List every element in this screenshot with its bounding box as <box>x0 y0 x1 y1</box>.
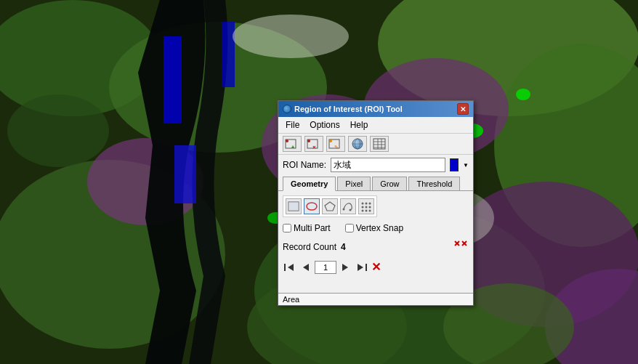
menu-file[interactable]: File <box>281 118 304 132</box>
svg-rect-43 <box>288 202 299 211</box>
dialog-icon <box>283 105 291 113</box>
svg-point-48 <box>362 203 364 205</box>
svg-point-53 <box>369 206 371 209</box>
svg-point-50 <box>369 203 371 205</box>
svg-point-27 <box>307 139 310 142</box>
vertex-snap-label: Vertex Snap <box>356 223 403 233</box>
svg-point-55 <box>366 210 368 212</box>
svg-rect-12 <box>163 36 182 124</box>
nav-current-input[interactable] <box>315 261 336 274</box>
svg-point-46 <box>343 209 345 211</box>
close-button[interactable]: ✕ <box>457 103 469 115</box>
svg-point-51 <box>362 206 364 209</box>
svg-point-47 <box>350 209 352 211</box>
multi-part-checkbox[interactable] <box>283 224 291 232</box>
checkbox-row: Multi Part Vertex Snap <box>283 223 469 233</box>
svg-marker-63 <box>303 264 309 271</box>
points-tool[interactable] <box>358 198 374 214</box>
delete-roi-button[interactable]: × <box>304 136 323 152</box>
roi-name-label: ROI Name: <box>283 160 326 170</box>
svg-point-56 <box>369 210 371 212</box>
status-area-label: Area <box>283 295 299 304</box>
nav-last-button[interactable] <box>355 261 368 274</box>
ellipse-tool[interactable] <box>304 198 320 214</box>
roi-name-row: ROI Name: ▼ <box>278 155 473 175</box>
svg-rect-14 <box>174 145 196 203</box>
geometry-tools <box>283 195 377 217</box>
tab-geometry[interactable]: Geometry <box>283 177 336 191</box>
svg-marker-62 <box>288 264 294 271</box>
add-roi-button[interactable]: + <box>283 136 302 152</box>
tab-threshold[interactable]: Threshold <box>408 177 460 190</box>
svg-point-30 <box>329 139 332 142</box>
svg-text:×: × <box>312 144 316 150</box>
svg-rect-13 <box>222 22 235 87</box>
roi-color-dropdown[interactable]: ▼ <box>463 162 469 169</box>
multi-part-checkbox-container[interactable]: Multi Part <box>283 223 331 233</box>
record-count-value: 4 <box>341 242 346 252</box>
roi-name-input[interactable] <box>331 158 445 172</box>
rectangle-tool[interactable] <box>286 198 302 214</box>
svg-marker-65 <box>358 264 363 271</box>
svg-point-49 <box>366 203 368 205</box>
menu-options[interactable]: Options <box>305 118 344 132</box>
status-bar: Area <box>278 293 473 305</box>
geometry-tab-content: Multi Part Vertex Snap Record Count 4 <box>278 191 473 293</box>
nav-first-button[interactable] <box>283 261 296 274</box>
svg-point-24 <box>286 139 288 142</box>
edit-roi-button[interactable]: ✎ <box>326 136 345 152</box>
tab-grow[interactable]: Grow <box>372 177 407 190</box>
navigation-row: ✕ <box>283 260 469 274</box>
svg-point-52 <box>366 206 368 209</box>
record-count-label: Record Count <box>283 242 336 252</box>
svg-point-21 <box>516 89 530 100</box>
freehand-tool[interactable] <box>340 198 356 214</box>
title-bar-left: Region of Interest (ROI) Tool <box>283 105 403 113</box>
svg-text:✎: ✎ <box>334 145 339 150</box>
svg-text:+: + <box>291 145 294 150</box>
table-button[interactable] <box>370 136 389 152</box>
globe-button[interactable] <box>348 136 367 152</box>
menu-bar: File Options Help <box>278 117 473 134</box>
menu-help[interactable]: Help <box>346 118 373 132</box>
nav-delete-button[interactable]: ✕ <box>371 260 381 274</box>
svg-point-54 <box>362 210 364 212</box>
delete-all-records-button[interactable] <box>453 239 469 254</box>
roi-tool-dialog: Region of Interest (ROI) Tool ✕ File Opt… <box>278 100 474 306</box>
svg-marker-45 <box>325 202 335 211</box>
nav-next-button[interactable] <box>339 261 352 274</box>
nav-prev-button[interactable] <box>299 261 312 274</box>
roi-color-button[interactable] <box>450 158 459 171</box>
svg-point-17 <box>7 94 109 167</box>
multi-part-label: Multi Part <box>294 223 331 233</box>
vertex-snap-checkbox[interactable] <box>345 224 354 232</box>
svg-point-44 <box>307 203 317 210</box>
tab-pixel[interactable]: Pixel <box>337 177 371 190</box>
svg-marker-64 <box>342 264 348 271</box>
tab-bar: Geometry Pixel Grow Threshold <box>278 175 473 191</box>
toolbar: + × ✎ <box>278 134 473 155</box>
svg-point-15 <box>233 15 349 58</box>
title-bar: Region of Interest (ROI) Tool ✕ <box>278 101 473 117</box>
dialog-title: Region of Interest (ROI) Tool <box>294 105 403 113</box>
vertex-snap-checkbox-container[interactable]: Vertex Snap <box>345 223 403 233</box>
svg-point-35 <box>352 139 363 149</box>
record-count-row: Record Count 4 <box>283 239 469 254</box>
polygon-tool[interactable] <box>322 198 338 214</box>
